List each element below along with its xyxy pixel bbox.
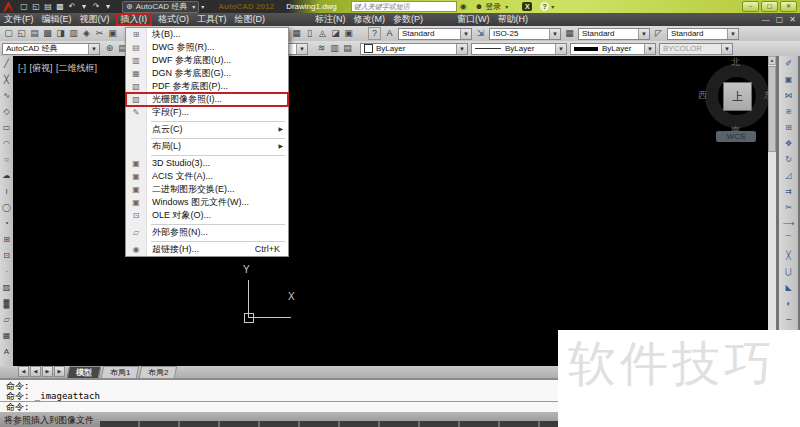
insert-menu-item-acis-file[interactable]: ▣ACIS 文件(A)... <box>126 170 288 183</box>
scale-icon[interactable]: ◿ <box>785 168 791 184</box>
open-file-icon[interactable]: ◱ <box>30 2 42 11</box>
multileader-style-select[interactable]: Standard▼ <box>667 28 739 40</box>
help-button[interactable]: ? <box>540 2 549 11</box>
copy-icon[interactable]: ▣ <box>785 72 793 88</box>
text-style-icon[interactable]: A <box>383 27 396 40</box>
layout-tab-布局1[interactable]: 布局1 <box>101 366 140 378</box>
render-icon[interactable]: ◪ <box>329 27 342 40</box>
polyline-icon[interactable]: ∿ <box>3 88 10 104</box>
redo-dropdown-icon[interactable]: ▾ <box>102 2 114 11</box>
mirror-icon[interactable]: ⋈ <box>785 88 793 104</box>
table-style-icon[interactable]: ▦ <box>563 27 576 40</box>
match-properties-icon[interactable]: ▦ <box>290 27 303 40</box>
menu-item-edit[interactable]: 编辑(E) <box>38 13 76 26</box>
insert-menu-item-binary-drawing-interchange[interactable]: ▣二进制图形交换(E)... <box>126 183 288 196</box>
workspace-settings-icon[interactable]: ⊛ <box>103 42 116 55</box>
insert-menu-item-dgn-underlay[interactable]: ▦DGN 参考底图(G)... <box>126 67 288 80</box>
workspace-select[interactable]: AutoCAD 经典▼ <box>2 43 100 55</box>
insert-menu-item-pdf-underlay[interactable]: ▧PDF 参考底图(P)... <box>126 80 288 93</box>
insert-block-icon[interactable]: ⊞ <box>3 232 10 248</box>
lineweight-select[interactable]: ByLayer▼ <box>570 43 656 55</box>
erase-icon[interactable]: ✐ <box>785 56 792 72</box>
insert-menu-item-3d-studio[interactable]: ▣3D Studio(3)... <box>126 157 288 170</box>
search-input[interactable] <box>352 3 456 10</box>
insert-menu-item-hyperlink[interactable]: ◉超链接(H)...Ctrl+K <box>126 243 288 256</box>
plot-preview-icon[interactable]: ◨ <box>54 27 67 40</box>
ellipse-arc-icon[interactable]: ◔ <box>4 216 9 232</box>
menu-item-tools[interactable]: 工具(T) <box>193 13 231 26</box>
save-icon[interactable]: ▤ <box>28 27 41 40</box>
multiline-text-icon[interactable]: A <box>4 344 9 360</box>
revision-cloud-icon[interactable]: ☁ <box>3 168 11 184</box>
make-block-icon[interactable]: ⊡ <box>3 248 10 264</box>
layout-tab-模型[interactable]: 模型 <box>67 366 102 378</box>
linetype-select[interactable]: ByLayer▼ <box>471 43 567 55</box>
hatch-icon[interactable]: ▨ <box>3 280 11 296</box>
doc-restore-button[interactable]: ▢ <box>776 15 784 24</box>
layer-states-icon[interactable]: ▤ <box>341 42 354 55</box>
multileader-style-icon[interactable]: ◸ <box>652 27 665 40</box>
viewcube-north[interactable]: 北 <box>731 56 740 69</box>
insert-menu-item-layout[interactable]: 布局(L)▶ <box>126 140 288 153</box>
plot-icon[interactable]: ▩ <box>41 27 54 40</box>
spline-icon[interactable]: ≀ <box>5 184 8 200</box>
insert-menu-item-dwg-reference[interactable]: ▤DWG 参照(R)... <box>126 41 288 54</box>
scrollbar-thumb[interactable] <box>768 66 776 152</box>
menu-item-format[interactable]: 格式(O) <box>154 13 193 26</box>
array-icon[interactable]: ⊞ <box>785 120 792 136</box>
layout-tab-布局2[interactable]: 布局2 <box>139 366 178 378</box>
minimize-button[interactable]: – <box>742 1 759 12</box>
sign-in-button[interactable]: ☻ 登录 ▾ <box>475 1 508 12</box>
layer-previous-icon[interactable]: ▥ <box>328 42 341 55</box>
viewport-menu-button[interactable]: [-] <box>18 63 26 73</box>
menu-item-draw[interactable]: 绘图(D) <box>231 13 270 26</box>
rectangle-icon[interactable]: ▭ <box>3 120 11 136</box>
undo-icon[interactable]: ↶ <box>66 2 78 11</box>
save-icon[interactable]: ▤ <box>42 2 54 11</box>
viewport-visual-style-button[interactable]: [二维线框] <box>56 63 97 73</box>
sheet-set-icon[interactable]: ▣ <box>342 27 355 40</box>
tab-nav-icon-0[interactable]: ◀ <box>18 366 29 377</box>
new-file-icon[interactable]: ▢ <box>18 2 30 11</box>
circle-icon[interactable]: ○ <box>4 152 9 168</box>
transmit-icon[interactable]: ◈ <box>80 27 93 40</box>
point-icon[interactable]: ∙ <box>5 264 7 280</box>
gradient-icon[interactable]: ▓ <box>4 296 10 312</box>
move-icon[interactable]: ✥ <box>785 136 792 152</box>
qat-customize-icon[interactable]: ▾ <box>201 3 204 10</box>
cut-icon[interactable]: ✂ <box>93 27 106 40</box>
xref-icon[interactable]: ◬ <box>316 27 329 40</box>
menu-item-insert[interactable]: 插入(I) <box>116 13 153 26</box>
viewcube-wcs-menu[interactable]: WCS <box>716 131 756 142</box>
polygon-icon[interactable]: ◇ <box>3 104 9 120</box>
trim-icon[interactable]: ✂ <box>785 200 792 216</box>
dim-style-icon[interactable]: ⇲ <box>474 27 487 40</box>
text-style-select[interactable]: Standard▼ <box>398 28 472 40</box>
close-button[interactable]: ✕ <box>780 1 797 12</box>
rotate-icon[interactable]: ↻ <box>785 152 792 168</box>
menu-item-view[interactable]: 视图(V) <box>76 13 114 26</box>
insert-menu-item-external-reference[interactable]: ▱外部参照(N)... <box>126 226 288 239</box>
insert-menu-item-raster-image-reference[interactable]: ▨光栅图像参照(I)... <box>126 93 288 106</box>
tab-nav-icon-3[interactable]: ▶ <box>54 366 65 377</box>
menu-item-modify[interactable]: 修改(M) <box>350 13 390 26</box>
autodesk-exchange-button[interactable]: X <box>522 2 532 11</box>
arc-icon[interactable]: ◠ <box>3 136 10 152</box>
tab-nav-icon-2[interactable]: ▶ <box>42 366 53 377</box>
doc-close-button[interactable]: ✕ <box>789 15 796 24</box>
ellipse-icon[interactable]: ◯ <box>2 200 11 216</box>
table-icon[interactable]: ▦ <box>3 328 11 344</box>
undo-dropdown-icon[interactable]: ▾ <box>78 2 90 11</box>
color-select[interactable]: ByLayer▼ <box>360 43 468 55</box>
help-search-box[interactable] <box>351 1 457 12</box>
table-style-select[interactable]: Standard▼ <box>578 28 650 40</box>
tab-nav-icon-1[interactable]: ◀ <box>30 366 41 377</box>
insert-menu-item-dwf-underlay[interactable]: ▥DWF 参考底图(U)... <box>126 54 288 67</box>
construction-line-icon[interactable]: ╳ <box>4 72 9 88</box>
viewcube-top-face[interactable]: 上 <box>723 82 752 111</box>
region-icon[interactable]: ▱ <box>3 312 9 328</box>
menu-item-help[interactable]: 帮助(H) <box>494 13 533 26</box>
plot-icon[interactable]: ▩ <box>54 2 66 11</box>
layer-properties-icon[interactable]: ≋ <box>315 42 328 55</box>
menu-item-file[interactable]: 文件(F) <box>0 13 38 26</box>
